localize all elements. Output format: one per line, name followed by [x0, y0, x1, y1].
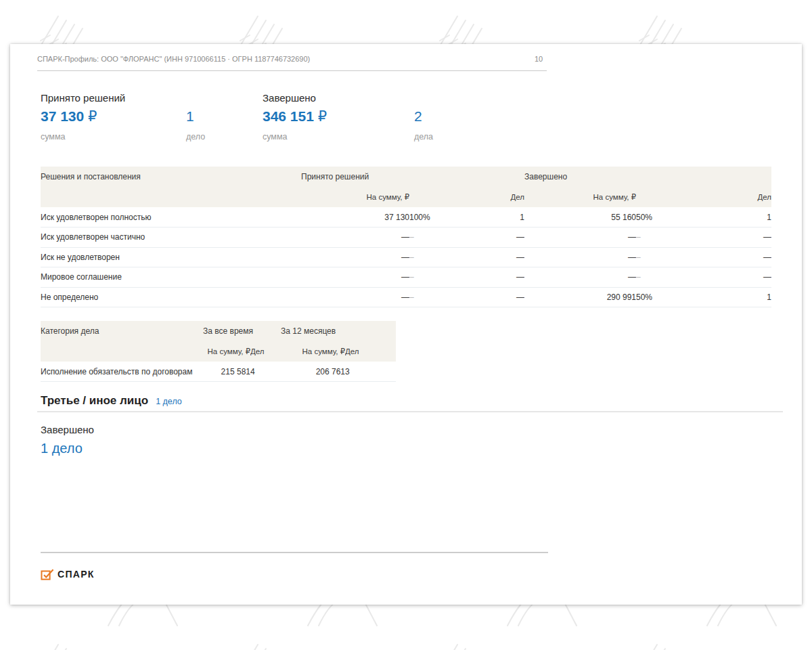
cell-sum-completed: — — [524, 228, 636, 248]
cell-cases-decided: — — [464, 287, 524, 307]
table-row: Иск удовлетворен полностью 37 130 100% 1… — [41, 207, 771, 228]
cell-cases-completed[interactable]: 1 — [690, 287, 771, 307]
row-label: Исполнение обязательств по договорам — [41, 362, 203, 382]
category-table-col-header: На сумму, ₽ Дел На сумму, ₽ Дел — [41, 341, 396, 362]
cell-pct-decided: – — [409, 228, 464, 248]
cell-pct-completed: 50% — [636, 287, 690, 307]
stat-decided-count[interactable]: 1 — [186, 108, 194, 125]
cell-cases-completed: — — [690, 267, 771, 288]
cell-cases-all[interactable]: 4 — [250, 362, 281, 382]
row-label: Иск не удовлетворен — [41, 247, 301, 267]
category-table-group-header: Категория дела За все время За 12 месяце… — [41, 321, 396, 341]
stat-decided-count-label: дело — [186, 132, 205, 142]
third-party-completed-value[interactable]: 1 дело — [41, 441, 83, 456]
cell-sum-decided: — — [301, 267, 409, 288]
cell-pct-decided: – — [409, 247, 464, 267]
stat-completed-count-label: дела — [414, 132, 433, 142]
cell-cases-decided: — — [464, 228, 524, 248]
cell-cases-completed: — — [690, 228, 771, 248]
col-header-cases-12m: Дел — [345, 341, 396, 362]
col-group-decided: Принято решений — [301, 167, 524, 187]
col-header-cases-completed: Дел — [690, 187, 771, 207]
third-party-completed-title: Завершено — [41, 424, 94, 435]
cell-pct-completed: – — [636, 228, 690, 248]
row-label: Иск удовлетворен полностью — [41, 207, 301, 228]
cell-cases-decided: — — [464, 247, 524, 267]
cell-sum-decided: — — [301, 287, 409, 307]
stat-completed-amount-label: сумма — [263, 132, 288, 142]
spark-logo: СПАРК — [41, 568, 95, 580]
col-header-cases-all: Дел — [250, 341, 281, 362]
cell-sum-decided[interactable]: 37 130 — [301, 207, 409, 228]
report-header-title: СПАРК-Профиль: ООО "ФЛОРАНС" (ИНН 971006… — [37, 55, 310, 63]
stat-decided-amount[interactable]: 37 130 ₽ — [41, 108, 97, 125]
stat-completed-amount-value: 346 151 — [263, 108, 314, 124]
page-number: 10 — [535, 55, 543, 63]
cell-sum-decided: — — [301, 247, 409, 267]
col-header-sum-completed: На сумму, ₽ — [524, 187, 636, 207]
cell-cases-completed: — — [690, 247, 771, 267]
col-header-sum-all: На сумму, ₽ — [203, 341, 250, 362]
section-title-text: Третье / иное лицо — [41, 394, 148, 407]
cell-pct-completed: – — [636, 267, 690, 288]
cell-cases-decided: — — [464, 267, 524, 288]
ruble-sign: ₽ — [88, 108, 97, 124]
table-row: Не определено — – — 290 991 50% 1 — [41, 287, 771, 307]
stat-decided-title: Принято решений — [41, 92, 125, 104]
col-header-category-label: Категория дела — [41, 321, 203, 341]
section-title-third-party: Третье / иное лицо1 дело — [41, 394, 182, 408]
table-row: Иск не удовлетворен — – — — – — — [41, 247, 771, 267]
cell-pct-completed: 50% — [636, 207, 690, 228]
header-divider — [37, 70, 547, 71]
cell-sum-decided: — — [301, 228, 409, 248]
ruble-sign: ₽ — [318, 108, 327, 124]
col-group-all-time: За все время — [203, 321, 281, 341]
stat-completed-count[interactable]: 2 — [414, 108, 422, 125]
spark-checkbox-icon — [41, 568, 54, 580]
cell-pct-decided: – — [409, 267, 464, 288]
decisions-table-group-header: Решения и постановления Принято решений … — [41, 167, 771, 187]
decisions-table-col-header: На сумму, ₽ Дел На сумму, ₽ Дел — [41, 187, 771, 207]
spark-logo-text: СПАРК — [58, 569, 95, 580]
col-header-sum-decided: На сумму, ₽ — [301, 187, 409, 207]
category-table: Категория дела За все время За 12 месяце… — [41, 321, 396, 382]
table-row: Исполнение обязательств по договорам 215… — [41, 362, 396, 382]
col-header-sum-12m: На сумму, ₽ — [281, 341, 345, 362]
stat-decided-amount-label: сумма — [41, 132, 66, 142]
report-page: СПАРК-Профиль: ООО "ФЛОРАНС" (ИНН 971006… — [10, 44, 802, 605]
cell-sum-completed[interactable]: 290 991 — [524, 287, 636, 307]
cell-sum-all[interactable]: 215 581 — [203, 362, 250, 382]
cell-sum-completed: — — [524, 247, 636, 267]
col-header-cases-decided: Дел — [464, 187, 524, 207]
footer-divider — [41, 552, 548, 553]
cell-cases-decided[interactable]: 1 — [464, 207, 524, 228]
stat-completed-amount[interactable]: 346 151 ₽ — [263, 108, 327, 125]
cell-sum-12m[interactable]: 206 761 — [281, 362, 345, 382]
cell-sum-completed[interactable]: 55 160 — [524, 207, 636, 228]
section-divider — [37, 411, 783, 412]
cell-pct-decided: – — [409, 287, 464, 307]
decisions-table: Решения и постановления Принято решений … — [41, 167, 771, 307]
table-row: Мировое соглашение — – — — – — — [41, 267, 771, 288]
stat-decided-amount-value: 37 130 — [41, 108, 84, 124]
cell-pct-completed: – — [636, 247, 690, 267]
section-case-count-link[interactable]: 1 дело — [156, 397, 182, 406]
table-row: Иск удовлетворен частично — – — — – — — [41, 228, 771, 248]
cell-cases-12m[interactable]: 3 — [345, 362, 396, 382]
row-label: Не определено — [41, 287, 301, 307]
cell-cases-completed[interactable]: 1 — [690, 207, 771, 228]
stat-completed-title: Завершено — [263, 92, 316, 104]
row-label: Иск удовлетворен частично — [41, 228, 301, 248]
col-header-decisions-label: Решения и постановления — [41, 167, 301, 187]
row-label: Мировое соглашение — [41, 267, 301, 288]
cell-sum-completed: — — [524, 267, 636, 288]
col-group-completed: Завершено — [524, 167, 771, 187]
col-group-12m: За 12 месяцев — [281, 321, 396, 341]
cell-pct-decided: 100% — [409, 207, 464, 228]
